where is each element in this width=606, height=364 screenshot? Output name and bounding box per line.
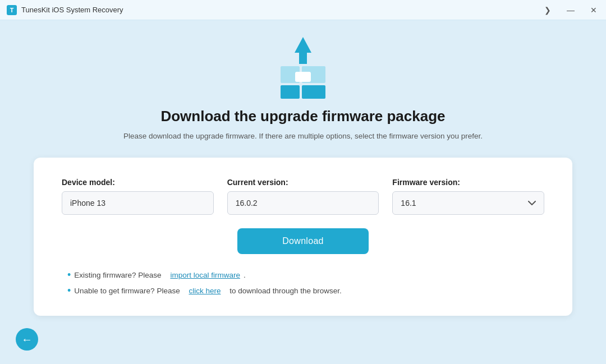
device-model-label: Device model: (62, 178, 214, 187)
firmware-icon (281, 37, 325, 99)
svg-text:T: T (10, 7, 14, 13)
titlebar-controls: ❯ — ✕ (542, 5, 599, 15)
unable-text: Unable to get firmware? Please (74, 287, 180, 295)
unable-suffix: to download through the browser. (229, 287, 342, 295)
main-content: Download the upgrade firmware package Pl… (0, 20, 606, 364)
import-firmware-item: • Existing firmware? Please import local… (67, 270, 544, 280)
download-row: Download (62, 228, 544, 254)
bullet-1: • (67, 270, 71, 280)
svg-marker-2 (295, 37, 311, 64)
device-model-group: Device model: (62, 178, 214, 215)
import-local-firmware-link[interactable]: import local firmware (170, 271, 240, 279)
click-here-link[interactable]: click here (189, 287, 221, 295)
firmware-version-select[interactable]: 16.116.0.316.0.216.0 (392, 191, 544, 215)
unable-firmware-item: • Unable to get firmware? Please click h… (67, 285, 544, 296)
bullet-2: • (67, 285, 71, 296)
titlebar: T TunesKit iOS System Recovery ❯ — ✕ (0, 0, 606, 20)
chevron-button[interactable]: ❯ (542, 5, 553, 15)
download-button[interactable]: Download (237, 228, 369, 254)
svg-rect-5 (281, 85, 300, 99)
current-version-group: Current version: (227, 178, 379, 215)
app-icon: T (7, 5, 17, 15)
card: Device model: Current version: Firmware … (34, 158, 572, 316)
app-title: TunesKit iOS System Recovery (21, 6, 123, 14)
back-button[interactable]: ← (16, 328, 38, 351)
svg-rect-7 (295, 72, 311, 82)
current-version-label: Current version: (227, 178, 379, 187)
firmware-version-group: Firmware version: 16.116.0.316.0.216.0 (392, 178, 544, 215)
existing-firmware-text: Existing firmware? Please (74, 271, 161, 279)
device-model-input[interactable] (62, 191, 214, 215)
form-row: Device model: Current version: Firmware … (62, 178, 544, 215)
current-version-input[interactable] (227, 191, 379, 215)
close-button[interactable]: ✕ (588, 5, 599, 15)
page-title: Download the upgrade firmware package (160, 108, 445, 125)
titlebar-left: T TunesKit iOS System Recovery (7, 5, 123, 15)
back-arrow-icon: ← (21, 333, 33, 346)
links-section: • Existing firmware? Please import local… (62, 270, 544, 296)
firmware-version-label: Firmware version: (392, 178, 544, 187)
period-1: . (244, 271, 246, 279)
page-subtitle: Please download the upgrade firmware. If… (123, 131, 483, 142)
minimize-button[interactable]: — (564, 5, 577, 15)
svg-rect-6 (302, 85, 325, 99)
